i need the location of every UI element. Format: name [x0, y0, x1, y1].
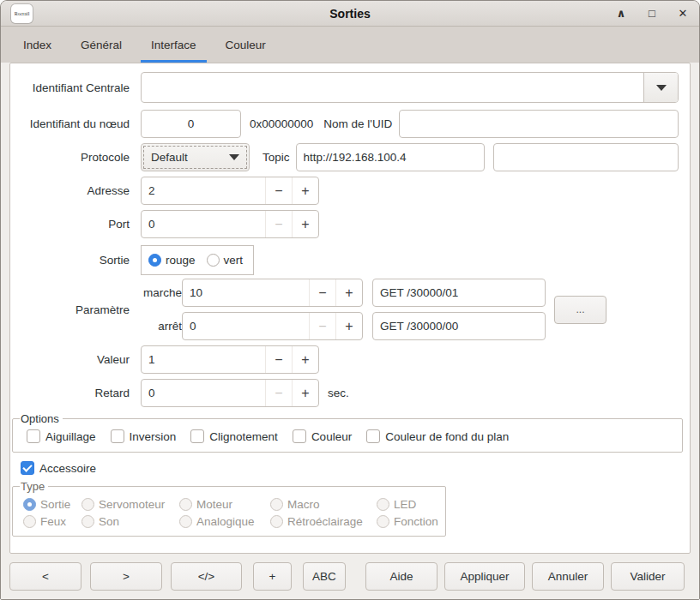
type-radio-moteur-label: Moteur [196, 498, 232, 511]
port-row: Port − + [10, 210, 679, 238]
abc-button[interactable]: ABC [303, 562, 346, 591]
radio-rouge[interactable]: rouge [148, 254, 196, 267]
central-dropdown-button[interactable] [643, 73, 678, 102]
address-input[interactable] [142, 177, 265, 204]
value-input[interactable] [142, 346, 265, 373]
marche-input[interactable] [183, 279, 309, 306]
apply-button[interactable]: Appliquer [444, 562, 525, 591]
uid-label: Nom de l'UID [323, 117, 392, 130]
minimize-icon[interactable]: ∧ [615, 7, 627, 20]
arret-spinbox: − + [182, 312, 363, 340]
uid-input[interactable] [399, 110, 679, 138]
type-legend: Type [20, 480, 48, 493]
arret-decrement-button[interactable]: − [309, 313, 335, 339]
node-hex-value: 0x00000000 [250, 117, 313, 130]
checkbox-clignotement[interactable]: Clignotement [190, 429, 278, 443]
checkbox-couleur-icon [293, 429, 306, 443]
port-increment-button[interactable]: + [292, 211, 318, 237]
maximize-icon[interactable]: □ [646, 7, 658, 20]
checkbox-accessoire[interactable]: Accessoire [21, 461, 679, 475]
address-decrement-button[interactable]: − [265, 177, 292, 204]
tab-couleur[interactable]: Couleur [214, 27, 278, 63]
type-radio-led-icon [377, 498, 389, 511]
dialog-window: Rocrail Sorties ∧ □ ✕ Index Général Inte… [0, 0, 700, 600]
tab-general[interactable]: Général [69, 27, 134, 63]
parameter-off-row: arrêt − + [141, 312, 546, 340]
delay-increment-button[interactable]: + [292, 380, 318, 406]
tab-index[interactable]: Index [11, 27, 63, 63]
value-increment-button[interactable]: + [292, 346, 318, 373]
delay-decrement-button[interactable]: − [265, 380, 292, 406]
marche-increment-button[interactable]: + [335, 279, 362, 306]
arret-label: arrêt [141, 320, 182, 333]
topic-input[interactable] [296, 143, 485, 171]
value-decrement-button[interactable]: − [265, 346, 292, 373]
checkbox-aiguillage[interactable]: Aiguillage [27, 429, 96, 443]
radio-vert-label: vert [224, 254, 244, 267]
type-radio-moteur: Moteur [179, 498, 270, 511]
checkbox-accessoire-label: Accessoire [39, 462, 96, 475]
options-fieldset: Options Aiguillage Inversion Clignotemen… [12, 412, 683, 453]
type-fieldset: Type Sortie Servomoteur Moteur Macro [12, 480, 446, 537]
delay-input[interactable] [142, 380, 265, 406]
address-increment-button[interactable]: + [292, 177, 318, 204]
validate-button[interactable]: Valider [611, 562, 685, 591]
node-label: Identifiant du nœud [10, 117, 141, 130]
value-spinbox: − + [141, 345, 319, 374]
port-input[interactable] [142, 211, 265, 237]
checkbox-couleur-fond-icon [366, 429, 380, 443]
port-decrement-button[interactable]: − [265, 211, 292, 237]
type-radio-led-label: LED [394, 498, 416, 511]
checkbox-aiguillage-icon [27, 429, 40, 443]
type-radio-son-label: Son [99, 515, 119, 528]
xml-button[interactable]: </> [171, 562, 242, 591]
previous-button[interactable]: < [9, 562, 81, 591]
delay-unit-label: sec. [328, 387, 349, 399]
cancel-button[interactable]: Annuler [532, 562, 604, 591]
type-radio-fonction-label: Fonction [394, 515, 438, 528]
checkbox-inversion[interactable]: Inversion [111, 429, 177, 443]
type-radio-feux-icon [23, 515, 36, 528]
chevron-down-icon [229, 154, 239, 160]
central-combobox[interactable] [141, 72, 679, 103]
marche-command-input[interactable] [372, 279, 546, 307]
marche-decrement-button[interactable]: − [309, 279, 335, 306]
type-radio-sortie-icon [23, 498, 36, 511]
dialog-button-bar: < > </> + ABC Aide Appliquer Annuler Val… [1, 554, 699, 599]
checkbox-couleur-label: Couleur [311, 430, 352, 443]
next-button[interactable]: > [90, 562, 162, 591]
checkbox-couleur-fond[interactable]: Couleur de fond du plan [366, 429, 509, 443]
type-radio-son: Son [81, 515, 179, 528]
value-label: Valeur [10, 353, 141, 366]
output-radio-group: rouge vert [141, 245, 254, 275]
central-combobox-value [142, 73, 643, 102]
rocrail-app-icon: Rocrail [11, 4, 33, 23]
central-label: Identifiant Centrale [10, 81, 141, 94]
central-row: Identifiant Centrale [10, 72, 679, 103]
protocol-extra-input[interactable] [493, 143, 679, 171]
protocol-row: Protocole Default Topic [10, 143, 679, 171]
tab-interface[interactable]: Interface [139, 27, 208, 63]
arret-increment-button[interactable]: + [335, 313, 362, 339]
close-icon[interactable]: ✕ [677, 7, 689, 20]
type-radio-retroeclairage-label: Rétroéclairage [287, 515, 363, 528]
type-radio-fonction: Fonction [377, 515, 438, 528]
address-label: Adresse [10, 184, 141, 197]
delay-label: Retard [10, 387, 141, 399]
arret-command-input[interactable] [372, 312, 546, 340]
value-row: Valeur − + [10, 345, 679, 374]
checkbox-aiguillage-label: Aiguillage [45, 430, 96, 443]
help-button[interactable]: Aide [365, 562, 438, 591]
parameter-more-button[interactable]: ... [554, 296, 606, 324]
add-button[interactable]: + [253, 562, 292, 591]
options-legend: Options [20, 412, 63, 425]
type-radio-macro-label: Macro [287, 498, 320, 511]
checkbox-couleur[interactable]: Couleur [293, 429, 352, 443]
radio-vert[interactable]: vert [207, 254, 244, 267]
protocol-dropdown[interactable]: Default [141, 143, 250, 171]
node-row: Identifiant du nœud 0x00000000 Nom de l'… [10, 110, 679, 138]
arret-input[interactable] [183, 313, 309, 339]
delay-row: Retard − + sec. [10, 379, 679, 407]
checkbox-inversion-icon [111, 429, 124, 443]
node-id-input[interactable] [141, 110, 241, 138]
